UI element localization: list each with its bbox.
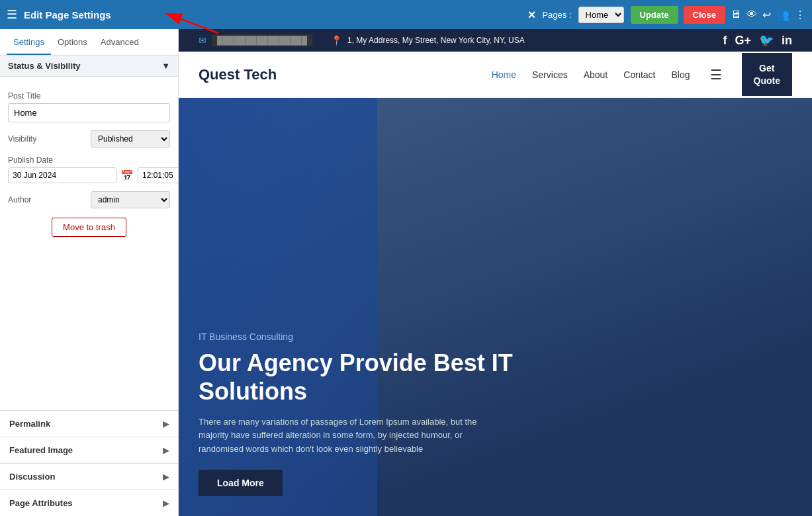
featured-image-section: Featured Image ▶ — [0, 437, 178, 463]
panel-tabs: Settings Options Advanced — [0, 29, 178, 56]
left-panel: Settings Options Advanced Status & Visib… — [0, 29, 179, 516]
nav-link-blog[interactable]: Blog — [672, 69, 690, 80]
nav-link-services[interactable]: Services — [532, 69, 568, 80]
page-attributes-header[interactable]: Page Attributes ▶ — [0, 490, 178, 516]
page-attributes-section: Page Attributes ▶ — [0, 490, 178, 516]
location-icon: 📍 — [331, 35, 342, 46]
right-preview: ✉ ████████████████ 📍 1, My Address, My S… — [179, 29, 812, 516]
page-attributes-chevron-icon: ▶ — [163, 499, 169, 508]
nav-link-home[interactable]: Home — [492, 69, 516, 80]
tab-advanced[interactable]: Advanced — [94, 29, 146, 55]
publish-time-input[interactable] — [138, 167, 179, 183]
hamburger-icon[interactable]: ☰ — [7, 7, 17, 22]
permalink-chevron-icon: ▶ — [163, 419, 169, 429]
brand-name: Quest Tech — [199, 66, 478, 83]
move-to-trash-button[interactable]: Move to trash — [52, 218, 126, 237]
publish-date-label: Publish Date — [8, 155, 170, 165]
nav-link-contact[interactable]: Contact — [623, 69, 655, 80]
discussion-header[interactable]: Discussion ▶ — [0, 464, 178, 490]
author-select-wrap: admin — [91, 191, 170, 208]
featured-image-label: Featured Image — [9, 445, 73, 455]
google-plus-icon: G+ — [735, 34, 751, 48]
discussion-chevron-icon: ▶ — [163, 472, 169, 482]
author-row: Author admin — [8, 191, 170, 208]
post-title-input[interactable] — [8, 103, 170, 122]
info-bar-right: f G+ 🐦 in — [723, 33, 792, 48]
email-icon: ✉ — [199, 35, 206, 46]
hero-description: There are many variations of passages of… — [199, 415, 483, 456]
top-toolbar: ☰ Edit Page Settings × Pages : Home Upda… — [0, 0, 812, 29]
permalink-section: Permalink ▶ — [0, 410, 178, 437]
users-icon[interactable]: 👥 — [776, 9, 789, 21]
tab-settings[interactable]: Settings — [7, 29, 51, 55]
visibility-label: Visibility — [8, 134, 36, 144]
nav-links: Home Services About Contact Blog — [492, 69, 690, 80]
load-more-button[interactable]: Load More — [199, 470, 283, 496]
publish-date-input[interactable] — [8, 167, 116, 183]
status-chevron-icon: ▼ — [161, 61, 170, 71]
close-button[interactable]: Close — [684, 6, 725, 24]
close-x-button[interactable]: × — [528, 7, 536, 22]
info-bar-left: ✉ ████████████████ 📍 1, My Address, My S… — [199, 34, 525, 46]
toolbar-title: Edit Page Settings — [24, 9, 521, 21]
featured-image-chevron-icon: ▶ — [163, 446, 169, 455]
post-title-group: Post Title — [8, 91, 170, 122]
linkedin-icon: in — [782, 34, 792, 48]
email-text: ████████████████ — [212, 34, 312, 46]
visibility-select-wrap: Published — [91, 130, 170, 148]
pages-select[interactable]: Home — [578, 7, 624, 23]
history-icon[interactable]: ↩ — [762, 9, 771, 21]
status-visibility-header[interactable]: Status & Visibility ▼ — [0, 56, 178, 77]
panel-content: Post Title Visibility Published Publish … — [0, 77, 178, 410]
post-title-label: Post Title — [8, 91, 170, 101]
hero-subtitle: IT Business Consulting — [199, 331, 529, 342]
nav-link-about[interactable]: About — [584, 69, 608, 80]
address-text: 1, My Address, My Street, New York City,… — [347, 36, 525, 45]
twitter-icon: 🐦 — [759, 33, 774, 48]
pages-label: Pages : — [542, 10, 571, 20]
discussion-section: Discussion ▶ — [0, 463, 178, 490]
hero-title: Our Agency Provide Best IT Solutions — [199, 349, 529, 406]
get-quote-button[interactable]: GetQuote — [742, 53, 792, 95]
info-bar: ✉ ████████████████ 📍 1, My Address, My S… — [179, 29, 812, 52]
author-label: Author — [8, 195, 31, 204]
calendar-icon: 📅 — [120, 169, 134, 182]
permalink-label: Permalink — [9, 419, 50, 429]
featured-image-header[interactable]: Featured Image ▶ — [0, 437, 178, 463]
eye-icon[interactable]: 👁 — [746, 9, 757, 21]
toolbar-right: Update Close 🖥 👁 ↩ 👥 ⋮ — [631, 6, 805, 24]
discussion-label: Discussion — [9, 472, 55, 482]
main-layout: Settings Options Advanced Status & Visib… — [0, 29, 812, 516]
hero-section: IT Business Consulting Our Agency Provid… — [179, 98, 812, 516]
visibility-row: Visibility Published — [8, 130, 170, 148]
preview-container: ✉ ████████████████ 📍 1, My Address, My S… — [179, 29, 812, 516]
hero-content: IT Business Consulting Our Agency Provid… — [199, 331, 529, 496]
publish-date-row: 📅 🕐 — [8, 167, 170, 183]
dots-icon[interactable]: ⋮ — [795, 9, 805, 21]
page-attributes-label: Page Attributes — [9, 498, 73, 508]
update-button[interactable]: Update — [631, 6, 678, 24]
author-select[interactable]: admin — [91, 191, 170, 208]
desktop-icon[interactable]: 🖥 — [731, 9, 741, 21]
publish-date-group: Publish Date 📅 🕐 — [8, 155, 170, 183]
visibility-select[interactable]: Published — [91, 130, 170, 148]
permalink-header[interactable]: Permalink ▶ — [0, 411, 178, 437]
nav-bar: Quest Tech Home Services About Contact B… — [179, 52, 812, 98]
tab-options[interactable]: Options — [51, 29, 94, 55]
facebook-icon: f — [723, 34, 727, 48]
status-visibility-label: Status & Visibility — [8, 61, 81, 71]
nav-hamburger-icon[interactable]: ☰ — [710, 67, 722, 83]
